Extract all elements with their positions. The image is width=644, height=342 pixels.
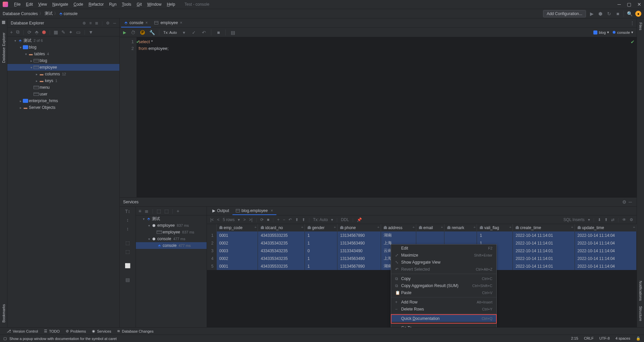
- cell[interactable]: 434335343235: [258, 255, 305, 262]
- cell[interactable]: 1: [305, 255, 337, 262]
- output-layout-icon[interactable]: ▤: [230, 29, 236, 36]
- cell[interactable]: 2022-10-14 11:14:01: [513, 231, 575, 239]
- svc-employee-result[interactable]: employee837 ms: [136, 229, 207, 235]
- search-icon[interactable]: 🔍: [627, 11, 633, 17]
- cell[interactable]: 湖南: [381, 231, 416, 239]
- tree-table-user[interactable]: user: [7, 91, 119, 97]
- menu-window[interactable]: Window: [145, 1, 164, 7]
- collapse-all-icon[interactable]: ≣: [95, 21, 98, 25]
- cm-copy[interactable]: ⧉CopyCtrl+C: [391, 275, 496, 282]
- cell[interactable]: 13134563490: [337, 255, 381, 262]
- save-icon[interactable]: ⬚: [164, 208, 169, 214]
- svc-datasource[interactable]: ▾⬘测试: [136, 215, 207, 222]
- cell[interactable]: 2022-10-14 11:14:04: [575, 247, 636, 255]
- rows-label[interactable]: 5 rows: [223, 217, 234, 222]
- debug-icon[interactable]: ⬢: [597, 11, 603, 17]
- menu-view[interactable]: View: [36, 1, 50, 7]
- commit-icon[interactable]: ✓: [191, 29, 197, 36]
- gear-icon[interactable]: ⚙: [630, 217, 633, 222]
- cell[interactable]: 434335533235: [258, 231, 305, 239]
- rerun-icon[interactable]: ↻: [606, 11, 612, 17]
- crumb-1[interactable]: 测试: [45, 11, 53, 16]
- first-page-icon[interactable]: |<: [210, 217, 214, 222]
- db-tree[interactable]: ▾⬘测试2 of 6 ▾blog ▾▬tables4 ▸blog ▾employ…: [7, 37, 119, 327]
- tab-output[interactable]: ▶Output: [209, 207, 232, 215]
- cell[interactable]: 1: [305, 262, 337, 270]
- col-header[interactable]: vali_flag÷: [477, 224, 513, 231]
- tab-employee[interactable]: employee ×: [151, 18, 185, 27]
- wrench-icon[interactable]: 🔧: [149, 29, 155, 36]
- code-editor[interactable]: 1✔ 2 select * from employee; ✔: [120, 37, 637, 197]
- eye-icon[interactable]: 👁: [622, 217, 626, 222]
- menu-help[interactable]: Help: [164, 1, 178, 7]
- tree-schema-blog[interactable]: ▾blog: [7, 44, 119, 51]
- col-header[interactable]: update_time÷: [575, 224, 636, 231]
- compare-icon[interactable]: ⇄: [611, 217, 614, 222]
- svc-console-group[interactable]: ▾⬢console477 ms: [136, 235, 207, 242]
- more-icon[interactable]: ⋮: [629, 20, 635, 26]
- datasource-selector[interactable]: ⬢console ▾: [612, 30, 633, 35]
- stop-square-icon[interactable]: ⬜: [125, 263, 130, 268]
- cm-show-aggregate[interactable]: ⤡Show Aggregate View: [391, 259, 496, 266]
- revert-icon[interactable]: ↶: [288, 217, 292, 222]
- tw-version-control[interactable]: ⎇Version Control: [7, 329, 38, 333]
- lock-icon[interactable]: 🔒: [636, 336, 641, 340]
- tw-todo[interactable]: ☰TODO: [44, 329, 60, 333]
- tree-schema-enterprise[interactable]: ▸enterprise_hrms: [7, 97, 119, 104]
- chevron-down-icon[interactable]: ▾: [588, 217, 590, 222]
- menu-run[interactable]: Run: [106, 1, 119, 7]
- tree-keys-folder[interactable]: ▸▬keys1: [7, 77, 119, 84]
- commit-icon[interactable]: ↕: [126, 226, 129, 231]
- menu-git[interactable]: Git: [134, 1, 144, 7]
- pin-icon[interactable]: 📌: [357, 217, 362, 222]
- cell[interactable]: 1313343490: [337, 247, 381, 255]
- history-icon[interactable]: ⏱: [130, 29, 136, 36]
- col-header[interactable]: create_time÷: [513, 224, 575, 231]
- svc-console-result[interactable]: ⬘console477 ms: [136, 242, 207, 249]
- delete-row-icon[interactable]: −: [283, 217, 285, 222]
- tw-problems[interactable]: ⊘Problems: [66, 329, 86, 333]
- tree-server-objects[interactable]: ▸▬Server Objects: [7, 104, 119, 111]
- indent[interactable]: 4 spaces: [615, 336, 630, 340]
- col-header[interactable]: email÷: [416, 224, 444, 231]
- tx-icon[interactable]: T↕: [125, 209, 130, 214]
- cell[interactable]: 2022-10-14 11:14:01: [513, 247, 575, 255]
- run-icon[interactable]: ▶: [123, 30, 126, 35]
- tab-result[interactable]: blog.employee×: [232, 207, 276, 215]
- stop-icon[interactable]: ⬢: [42, 29, 46, 35]
- cell[interactable]: 0002: [216, 239, 258, 247]
- cell[interactable]: 0002: [216, 255, 258, 262]
- close-icon[interactable]: ×: [145, 20, 148, 25]
- table-row[interactable]: 10001434335533235113134567890湖南12022-10-…: [207, 231, 637, 239]
- cm-revert[interactable]: ↶Revert SelectedCtrl+Alt+Z: [391, 266, 496, 273]
- tx-mode[interactable]: Tx: Auto: [313, 217, 328, 222]
- refresh-icon[interactable]: ⟳: [260, 217, 264, 222]
- col-header[interactable]: phone÷: [337, 224, 381, 231]
- settings-icon[interactable]: ⚙: [621, 199, 627, 205]
- stop-icon[interactable]: ■: [615, 11, 621, 17]
- db-explorer-rail-icon[interactable]: ▦: [1, 20, 6, 24]
- menu-navigate[interactable]: Navigate: [50, 1, 71, 7]
- explain-icon[interactable]: P: [140, 30, 145, 35]
- schema-selector[interactable]: blog ▾: [593, 30, 609, 35]
- col-header[interactable]: address÷: [381, 224, 416, 231]
- cell[interactable]: 13134563490: [337, 239, 381, 247]
- collapse-icon[interactable]: ≣: [145, 208, 149, 214]
- hide-icon[interactable]: ─: [113, 21, 116, 25]
- col-header[interactable]: gender÷: [305, 224, 337, 231]
- cell[interactable]: 0001: [216, 262, 258, 270]
- cell[interactable]: 434335533235: [258, 262, 305, 270]
- close-icon[interactable]: ×: [271, 208, 273, 213]
- menu-tools[interactable]: Tools: [119, 1, 134, 7]
- avatar[interactable]: ●: [635, 11, 641, 17]
- tw-db-changes[interactable]: ≋Database Changes: [117, 329, 153, 333]
- submit-icon[interactable]: ⬆: [302, 217, 305, 222]
- encoding[interactable]: UTF-8: [599, 336, 610, 340]
- tab-console[interactable]: ⬘ console ×: [121, 18, 151, 27]
- cell[interactable]: 2022-10-14 11:14:04: [575, 262, 636, 270]
- crumb-0[interactable]: Database Consoles: [3, 11, 38, 16]
- tree-table-menu[interactable]: menu: [7, 84, 119, 91]
- cell[interactable]: 434335343235: [258, 239, 305, 247]
- tx-mode[interactable]: Tx: Auto: [163, 30, 177, 35]
- inspections-icon[interactable]: ✔: [631, 39, 635, 45]
